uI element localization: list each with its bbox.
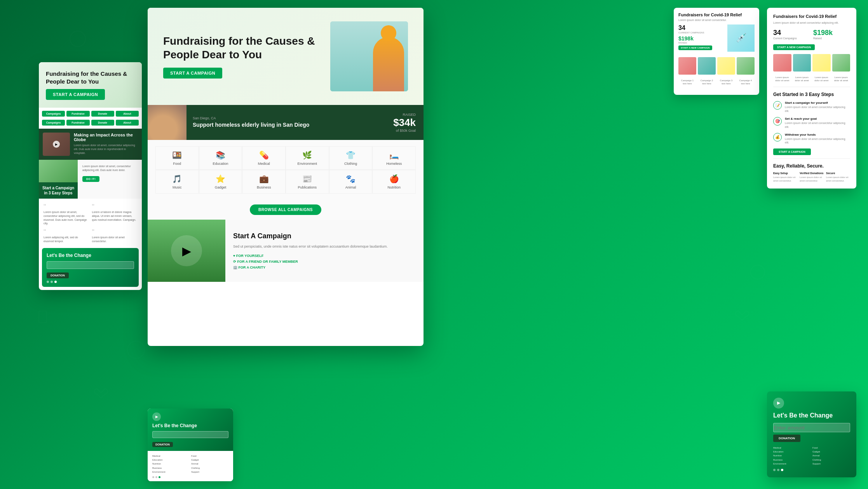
raised-goal: of $50k Goal — [393, 129, 416, 133]
nav-tab-2-2[interactable]: Fundraise — [66, 120, 89, 126]
right-thumb-label-2: Lorem ipsum dolor sit amet — [793, 76, 811, 82]
hands-visual — [148, 105, 186, 140]
testimonials-section: " Lorem ipsum dolor sit amet, consectetu… — [39, 199, 142, 248]
main-hero-text: Fundraising for the Causes & People Dear… — [163, 34, 330, 79]
left-hero-cta[interactable]: START A CAMPAIGN — [46, 89, 105, 100]
animal-label: Animal — [345, 185, 356, 189]
easy-col-2: Verified Donations Lorem ipsum dolor sit… — [800, 172, 824, 182]
covid-thumbs — [678, 57, 755, 75]
right-thumb-label-4: Lorem ipsum dolor sit amet — [832, 76, 851, 82]
quote-mark-1: " — [44, 203, 89, 210]
quote-mark-3: " — [44, 229, 89, 236]
category-homeless[interactable]: 🛏️ Homeless — [372, 146, 416, 170]
nav-tab-about[interactable]: About — [116, 111, 139, 117]
easy-reliable-section: Easy, Reliable, Secure. Easy Setup Lorem… — [773, 158, 850, 182]
nav-tab-fundraise[interactable]: Fundraise — [66, 111, 89, 117]
browse-btn-section: BROWSE ALL CAMPAIGNS — [148, 200, 424, 220]
lbc-small-donate-btn[interactable]: DONATION — [47, 272, 69, 278]
quote-mark-2: " — [92, 203, 138, 210]
lc-input[interactable] — [773, 423, 850, 432]
easy-col-1-title: Easy Setup — [773, 172, 797, 175]
medical-icon: 💊 — [259, 150, 269, 160]
blc-dot-2 — [155, 476, 157, 478]
dot-2 — [51, 281, 53, 283]
category-food[interactable]: 🍱 Food — [155, 146, 199, 170]
testimonial-1: " Lorem ipsum dolor sit amet, consectetu… — [44, 203, 89, 225]
food-icon: 🍱 — [172, 150, 182, 160]
testimonial-2: " Lorem ut labore et dolore magna aliqua… — [92, 203, 138, 225]
browse-all-btn[interactable]: BROWSE ALL CAMPAIGNS — [250, 204, 321, 215]
impact-image: ▶ — [43, 133, 70, 156]
lbc-small-input[interactable] — [47, 261, 134, 269]
thumb-label-1: Campaign 1text here — [678, 79, 696, 86]
start-campaign-right-btn[interactable]: START A CAMPAIGN — [773, 148, 811, 155]
option-yourself[interactable]: ♥ FOR YOURSELF — [233, 254, 416, 258]
step-3-icon: 💰 — [773, 133, 782, 141]
category-gadget[interactable]: ⭐ Gadget — [199, 170, 242, 194]
lc-lists: MedicalEducationNutritionBusinessEnviron… — [773, 446, 850, 466]
nav-tab-2-1[interactable]: Campaigns — [42, 120, 65, 126]
covid-image: 💉 — [727, 24, 755, 52]
start-campaign-section: ▶ Start A Campaign Sed ut perspiciatis, … — [148, 220, 424, 282]
covid-title: Fundraisers for Covid-19 Relief — [678, 12, 755, 17]
nav-tab-campaigns[interactable]: Campaigns — [42, 111, 65, 117]
impact-description: Lorem ipsum dolor sit amet, consectetur … — [74, 143, 138, 155]
step-2-text: Set & reach your goal Lorem ipsum dolor … — [785, 117, 850, 129]
easy-cols: Easy Setup Lorem ipsum dolor sit amet co… — [773, 172, 850, 182]
play-button-small[interactable]: ▶ — [53, 141, 60, 148]
lc-donate-btn[interactable]: DONATION — [773, 435, 800, 442]
category-clothing[interactable]: 👕 Clothing — [329, 146, 373, 170]
gadget-label: Gadget — [215, 185, 227, 189]
music-icon: 🎵 — [172, 174, 182, 183]
main-hero-cta[interactable]: START A CAMPAIGN — [163, 68, 222, 79]
blc-title: Let's Be the Change — [152, 423, 228, 428]
nav-tabs-row2: Campaigns Fundraise Donate About — [39, 120, 142, 129]
category-education[interactable]: 📚 Education — [199, 146, 242, 170]
nav-tab-donate[interactable]: Donate — [91, 111, 114, 117]
view-campaigns-btn[interactable]: START A NEW CAMPAIGN — [773, 44, 815, 50]
category-music[interactable]: 🎵 Music — [155, 170, 199, 194]
nav-tab-2-3[interactable]: Donate — [91, 120, 114, 126]
blc-list-right: FoodGadgetAnimalClothingSupport — [191, 454, 228, 474]
category-medical[interactable]: 💊 Medical — [242, 146, 286, 170]
svg-point-8 — [127, 341, 145, 358]
steps-cta-btn[interactable]: DO IT! — [82, 176, 99, 182]
nav-tab-2-4[interactable]: About — [116, 120, 139, 126]
start-campaign-content: Start A Campaign Sed ut perspiciatis, un… — [225, 220, 424, 282]
category-environment[interactable]: 🌿 Environment — [286, 146, 329, 170]
step-1-desc: Lorem ipsum dolor sit amet consectetur a… — [785, 105, 850, 113]
category-publications[interactable]: 📰 Publications — [286, 170, 329, 194]
covid-campaigns-label: CURRENT CAMPAIGNS — [678, 31, 724, 34]
right-card-thumbs — [773, 54, 850, 72]
dot-3-active — [54, 281, 57, 283]
thumb-4 — [737, 57, 755, 75]
testimonial-4: " Lorem ipsum dolor sit amet consectetur… — [92, 229, 138, 243]
environment-label: Environment — [298, 162, 317, 166]
play-button-right[interactable]: ▶ — [773, 398, 784, 409]
category-nutrition[interactable]: 🍎 Nutrition — [372, 170, 416, 194]
blc-play-btn[interactable]: ▶ — [152, 412, 161, 421]
lc-dots — [773, 469, 850, 471]
lets-change-right-title: Let's Be the Change — [773, 412, 850, 419]
blc-input[interactable] — [152, 431, 228, 438]
right-thumb-labels: Lorem ipsum dolor sit amet Lorem ipsum d… — [773, 76, 850, 82]
blc-donate-btn[interactable]: DONATION — [152, 442, 173, 447]
steps-overlay: Start a Campaign in 3 Easy Steps — [39, 182, 78, 199]
right-thumb-1 — [773, 54, 791, 72]
lbc-small-title: Let's Be the Change — [47, 253, 134, 258]
step-1-title: Start a campaign for yourself — [785, 101, 850, 105]
right-thumb-4 — [832, 54, 851, 72]
step-item-3: 💰 Withdraw your funds Lorem ipsum dolor … — [773, 133, 850, 145]
campaign-options: ♥ FOR YOURSELF ⟳ FOR A FRIEND OR FAMILY … — [233, 254, 416, 269]
impact-title: Making an Impact Across the Globe — [74, 133, 138, 142]
covid-card: Fundraisers for Covid-19 Relief Lorem ip… — [674, 8, 759, 95]
category-business[interactable]: 💼 Business — [242, 170, 286, 194]
testimonial-text-3: Lorem adipiscing elit, sed do eiusmod te… — [44, 236, 89, 243]
covid-campaign-btn[interactable]: START A NEW CAMPAIGN — [678, 45, 712, 50]
lets-change-right-card: ▶ Let's Be the Change DONATION MedicalEd… — [767, 391, 856, 477]
lc-list-right: FoodGadgetAnimalClothingSupport — [812, 446, 850, 466]
testimonial-3: " Lorem adipiscing elit, sed do eiusmod … — [44, 229, 89, 243]
option-charity[interactable]: 🏢 FOR A CHARITY — [233, 265, 416, 269]
option-friend[interactable]: ⟳ FOR A FRIEND OR FAMILY MEMBER — [233, 260, 416, 264]
category-animal[interactable]: 🐾 Animal — [329, 170, 373, 194]
